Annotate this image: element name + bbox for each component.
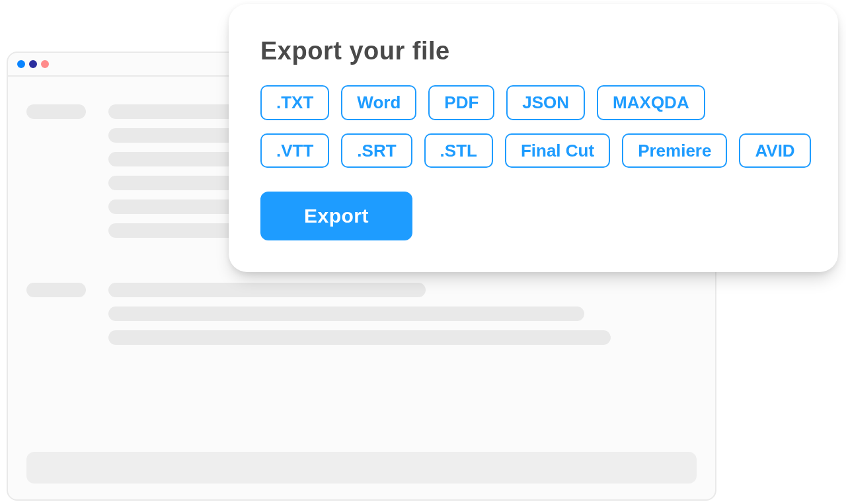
export-button[interactable]: Export	[260, 192, 412, 240]
format-chip-vtt[interactable]: .VTT	[260, 133, 329, 168]
skeleton-line	[108, 330, 611, 345]
skeleton-line	[108, 306, 584, 321]
skeleton-line	[108, 283, 426, 297]
skeleton-block	[26, 283, 697, 345]
format-row-2: .VTT .SRT .STL Final Cut Premiere AVID	[260, 133, 806, 168]
format-chip-finalcut[interactable]: Final Cut	[505, 133, 610, 168]
format-chip-txt[interactable]: .TXT	[260, 85, 329, 120]
format-chip-srt[interactable]: .SRT	[341, 133, 412, 168]
format-options: .TXT Word PDF JSON MAXQDA .VTT .SRT .STL…	[260, 85, 806, 168]
format-chip-json[interactable]: JSON	[506, 85, 585, 120]
format-chip-premiere[interactable]: Premiere	[622, 133, 727, 168]
skeleton-footer-bar	[26, 452, 697, 484]
skeleton-label	[26, 283, 86, 297]
export-dialog: Export your file .TXT Word PDF JSON MAXQ…	[229, 4, 838, 272]
traffic-light-navy-icon	[29, 60, 37, 68]
format-chip-avid[interactable]: AVID	[739, 133, 810, 168]
skeleton-lines	[108, 283, 697, 345]
traffic-light-blue-icon	[17, 60, 25, 68]
format-chip-word[interactable]: Word	[341, 85, 416, 120]
format-chip-pdf[interactable]: PDF	[428, 85, 494, 120]
format-chip-maxqda[interactable]: MAXQDA	[597, 85, 705, 120]
format-row-1: .TXT Word PDF JSON MAXQDA	[260, 85, 806, 120]
export-title: Export your file	[260, 37, 806, 65]
skeleton-label	[26, 104, 86, 119]
format-chip-stl[interactable]: .STL	[424, 133, 493, 168]
traffic-light-pink-icon	[41, 60, 49, 68]
